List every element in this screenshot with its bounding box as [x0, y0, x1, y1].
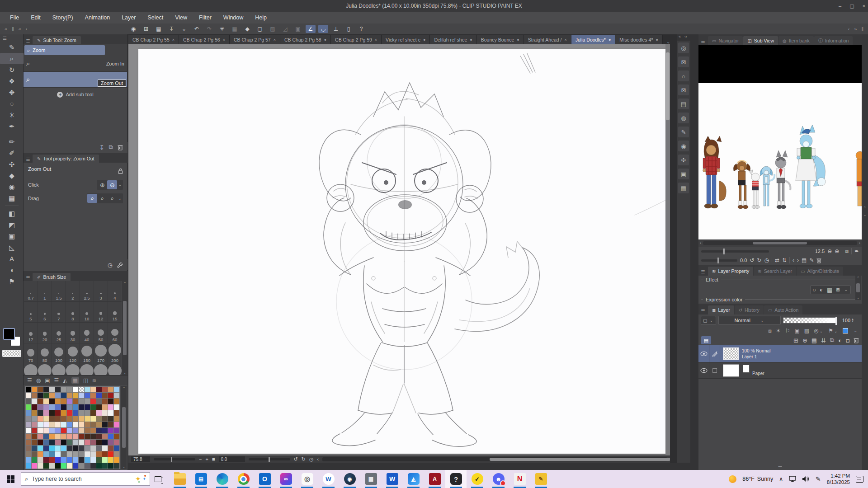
layer-panel-scrollbar[interactable]: ▬ — [698, 464, 862, 468]
palette-swatch[interactable] — [73, 457, 78, 463]
taskbar-app[interactable] — [233, 470, 254, 488]
palette-swatch[interactable] — [38, 410, 43, 416]
palette-swatch[interactable] — [67, 416, 72, 422]
open-button[interactable]: ▤ — [154, 25, 164, 33]
palette-swatch[interactable] — [32, 428, 37, 433]
palette-swatch[interactable] — [38, 428, 43, 433]
zoom-slider[interactable] — [154, 458, 195, 460]
palette-swatch[interactable] — [108, 393, 113, 398]
palette-swatch[interactable] — [73, 446, 78, 451]
palette-swatch[interactable] — [32, 434, 37, 439]
palette-swatch[interactable] — [90, 434, 96, 439]
taskbar-app[interactable] — [212, 470, 233, 488]
palette-swatch[interactable] — [32, 416, 37, 422]
palette-swatch[interactable] — [96, 463, 102, 469]
lock-icon[interactable] — [118, 168, 123, 174]
taskbar-app[interactable]: N — [509, 470, 530, 488]
redo-button[interactable]: ↷ — [204, 25, 214, 33]
palette-swatch[interactable] — [32, 404, 37, 410]
palette-swatch[interactable] — [67, 393, 72, 398]
palette-swatch[interactable] — [108, 404, 113, 410]
palette-swatch[interactable] — [90, 393, 96, 398]
reset-rotation-button[interactable]: ◷ — [309, 456, 314, 462]
weather-sun-icon[interactable] — [729, 475, 736, 483]
switch-subview-icon[interactable]: ⧈ — [845, 248, 849, 254]
palette-swatch[interactable] — [32, 446, 37, 451]
palette-swatch[interactable] — [90, 399, 96, 404]
tab-marker-icon[interactable]: ● — [656, 38, 658, 42]
palette-swatch[interactable] — [61, 463, 66, 469]
canvas-area[interactable] — [128, 44, 670, 455]
light-table-icon[interactable]: ✶ — [776, 328, 781, 334]
palette-swatch[interactable] — [43, 434, 49, 439]
palette-swatch[interactable] — [38, 422, 43, 427]
collapse-arrow[interactable]: « — [19, 26, 21, 32]
palette-swatch[interactable] — [49, 416, 55, 422]
trash-icon[interactable] — [816, 258, 821, 263]
close-button[interactable]: × — [863, 3, 865, 9]
palette-swatch[interactable] — [114, 451, 119, 457]
palette-swatch[interactable] — [38, 440, 43, 445]
material-3d-icon[interactable]: ◉ — [678, 141, 689, 151]
panel-tab[interactable]: ◍Item bank — [778, 36, 814, 45]
canvas-page[interactable] — [138, 49, 668, 454]
palette-swatch[interactable] — [49, 410, 55, 416]
palette-swatch[interactable] — [32, 387, 37, 392]
tool-pencil[interactable]: ✏ — [0, 136, 24, 147]
material-pattern-icon[interactable]: ⊠ — [678, 84, 689, 95]
palette-swatch[interactable] — [61, 410, 66, 416]
palette-swatch[interactable] — [108, 428, 113, 433]
palette-swatch[interactable] — [26, 463, 31, 469]
tab-marker-icon[interactable]: × — [375, 38, 377, 42]
palette-swatch[interactable] — [85, 446, 90, 451]
brush-size-cell[interactable] — [52, 364, 66, 375]
palette-swatch[interactable] — [55, 446, 61, 451]
start-button[interactable] — [0, 470, 21, 488]
subtool-group-chip[interactable]: ⌕ Zoom — [24, 45, 105, 55]
palette-tab-icon[interactable]: ◫ — [83, 377, 88, 384]
main-color-swatch[interactable] — [3, 328, 15, 340]
panel-tab[interactable]: ≋Layer Property — [708, 267, 753, 276]
canvas-vertical-scrollbar[interactable] — [665, 44, 670, 455]
palette-swatch[interactable] — [114, 434, 119, 439]
document-tab[interactable]: CB Chap 2 Pg 56 × — [179, 35, 230, 44]
document-tab[interactable]: Vicky ref sheet c ● — [382, 35, 430, 44]
palette-swatch[interactable] — [108, 422, 113, 427]
tool-figure[interactable]: ▦ — [0, 192, 24, 204]
tool-fill[interactable]: ◧ — [0, 208, 24, 219]
companion-mode-button[interactable]: ▯ — [344, 25, 354, 33]
palette-swatch[interactable] — [43, 446, 49, 451]
palette-swatch[interactable] — [73, 451, 78, 457]
edit-image-icon[interactable]: ✎ — [809, 257, 814, 263]
palette-swatch[interactable] — [43, 399, 49, 404]
palette-swatch[interactable] — [26, 404, 31, 410]
menu-item[interactable]: Edit — [25, 13, 46, 23]
brush-size-cell[interactable]: 6 — [38, 302, 52, 323]
tool-balloon[interactable]: ◖ — [0, 264, 24, 276]
palette-swatch[interactable] — [61, 422, 66, 427]
palette-swatch[interactable] — [49, 446, 55, 451]
taskbar-app[interactable]: W — [382, 470, 403, 488]
palette-swatch[interactable] — [49, 422, 55, 427]
palette-swatch[interactable] — [108, 440, 113, 445]
network-icon[interactable] — [789, 476, 796, 482]
palette-swatch[interactable] — [55, 428, 61, 433]
palette-tab-icon[interactable]: ▣ — [45, 377, 50, 384]
palette-swatch[interactable] — [67, 428, 72, 433]
menu-item[interactable]: Window — [218, 13, 249, 23]
palette-swatch[interactable] — [114, 463, 119, 469]
layer-color-swatch[interactable] — [843, 328, 848, 333]
palette-swatch[interactable] — [85, 434, 90, 439]
palette-swatch[interactable] — [73, 422, 78, 427]
tool-rotate-canvas[interactable]: ↻ — [0, 64, 24, 75]
tool-eraser[interactable]: ◆ — [0, 170, 24, 181]
brush-size-cell[interactable] — [38, 364, 52, 375]
palette-swatch[interactable] — [108, 387, 113, 392]
rotate-cw-icon[interactable]: ↻ — [757, 257, 761, 263]
collapse-bar-icon[interactable]: ‹ — [317, 456, 319, 462]
palette-swatch[interactable] — [108, 410, 113, 416]
palette-swatch[interactable] — [90, 404, 96, 410]
pen-tray-icon[interactable]: ✎ — [816, 475, 821, 483]
palette-swatch[interactable] — [79, 404, 84, 410]
palette-swatch[interactable] — [32, 393, 37, 398]
